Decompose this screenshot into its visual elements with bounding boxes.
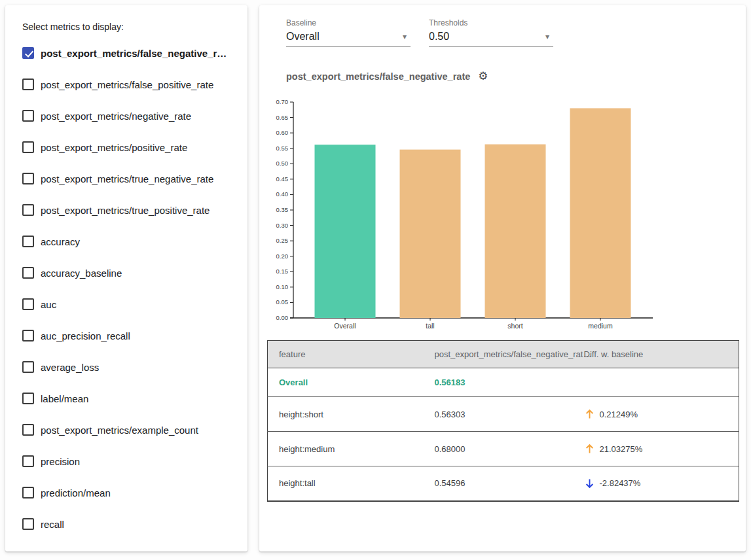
bar-medium[interactable]	[570, 108, 631, 318]
metric-value-cell: 0.56183	[424, 368, 573, 397]
metric-list-item[interactable]: post_export_metrics/example_count	[5, 414, 247, 446]
metric-list-item[interactable]: auc	[5, 289, 247, 320]
diff-cell: 0.21249%	[573, 397, 739, 432]
unchecked-checkbox-icon[interactable]	[22, 424, 34, 436]
svg-text:0.45: 0.45	[276, 175, 289, 183]
metric-label: post_export_metrics/false_negative_r…	[41, 48, 227, 59]
svg-text:0.65: 0.65	[276, 114, 289, 121]
unchecked-checkbox-icon[interactable]	[22, 204, 34, 216]
metric-label: precision	[41, 456, 80, 467]
metric-list-item[interactable]: auc_precision_recall	[5, 320, 247, 351]
table-row[interactable]: height:short0.563030.21249%	[268, 397, 739, 432]
metric-select-panel: Select metrics to display: post_export_m…	[5, 5, 247, 551]
x-tick-label: Overall	[334, 322, 356, 330]
metric-label: auc	[41, 299, 56, 310]
thresholds-label: Thresholds	[429, 18, 553, 27]
svg-text:0.25: 0.25	[276, 237, 289, 244]
metric-list-item[interactable]: prediction/mean	[5, 477, 247, 508]
metric-list-item[interactable]: accuracy_baseline	[5, 257, 247, 289]
bar-short[interactable]	[485, 145, 546, 318]
metric-bar-chart: 0.000.050.100.150.200.250.300.350.400.45…	[265, 97, 670, 336]
metric-list-item[interactable]: precision	[5, 446, 247, 477]
unchecked-checkbox-icon[interactable]	[22, 267, 34, 279]
svg-text:0.10: 0.10	[276, 283, 289, 290]
x-tick-label: medium	[588, 322, 613, 330]
x-tick-label: short	[507, 322, 522, 330]
metric-label: post_export_metrics/negative_rate	[41, 111, 191, 122]
metric-value-cell: 0.56303	[424, 397, 573, 432]
unchecked-checkbox-icon[interactable]	[22, 173, 34, 184]
bar-Overall[interactable]	[315, 145, 376, 318]
metric-value-cell: 0.68000	[424, 432, 573, 466]
baseline-label: Baseline	[286, 18, 411, 27]
diff-value: 21.03275%	[600, 444, 643, 454]
baseline-value: Overall	[286, 31, 320, 43]
metric-value-cell: 0.54596	[424, 466, 573, 501]
diff-cell: 21.03275%	[573, 432, 739, 466]
svg-text:0.20: 0.20	[276, 253, 289, 260]
metrics-table-wrap: featurepost_export_metrics/false_negativ…	[267, 340, 739, 502]
svg-text:0.70: 0.70	[276, 98, 289, 105]
unchecked-checkbox-icon[interactable]	[22, 518, 34, 530]
arrow-up-icon	[584, 408, 595, 420]
metric-label: post_export_metrics/false_positive_rate	[41, 79, 213, 90]
chevron-down-icon: ▾	[545, 32, 553, 41]
metric-label: prediction/mean	[41, 487, 111, 499]
chart-title: post_export_metrics/false_negative_rate	[286, 71, 470, 82]
metric-label: recall	[41, 519, 64, 530]
bar-tall[interactable]	[400, 150, 461, 318]
metrics-table: featurepost_export_metrics/false_negativ…	[267, 340, 739, 502]
unchecked-checkbox-icon[interactable]	[22, 393, 34, 404]
table-header-cell: post_export_metrics/false_negative_rat…	[424, 341, 573, 368]
unchecked-checkbox-icon[interactable]	[22, 361, 34, 373]
unchecked-checkbox-icon[interactable]	[22, 298, 34, 310]
thresholds-select[interactable]: Thresholds 0.50 ▾	[429, 18, 553, 47]
arrow-down-icon	[584, 478, 595, 489]
x-tick-label: tall	[426, 322, 434, 330]
metric-label: accuracy	[41, 236, 80, 247]
metrics-panel: Baseline Overall ▾ Thresholds 0.50 ▾ pos…	[259, 5, 746, 551]
svg-text:0.50: 0.50	[276, 160, 289, 167]
unchecked-checkbox-icon[interactable]	[22, 110, 34, 122]
unchecked-checkbox-icon[interactable]	[22, 79, 34, 90]
sidebar-title: Select metrics to display:	[22, 22, 124, 32]
metric-list-item[interactable]: average_loss	[5, 351, 247, 383]
unchecked-checkbox-icon[interactable]	[22, 487, 34, 499]
table-row[interactable]: height:tall0.54596-2.82437%	[268, 466, 739, 501]
gear-icon[interactable]: ⚙	[478, 71, 488, 82]
unchecked-checkbox-icon[interactable]	[22, 330, 34, 341]
metric-list-item[interactable]: post_export_metrics/false_positive_rate	[5, 69, 247, 100]
diff-cell	[573, 368, 739, 397]
metric-list-item[interactable]: accuracy	[5, 226, 247, 257]
svg-text:0.15: 0.15	[276, 268, 289, 275]
metric-list-item[interactable]: post_export_metrics/true_positive_rate	[5, 194, 247, 226]
table-header-row: featurepost_export_metrics/false_negativ…	[268, 341, 739, 368]
metric-label: post_export_metrics/example_count	[41, 425, 198, 436]
metric-list: post_export_metrics/false_negative_r…pos…	[5, 37, 247, 540]
table-row[interactable]: Overall0.56183	[268, 368, 739, 397]
metric-list-item[interactable]: label/mean	[5, 383, 247, 414]
metric-list-item[interactable]: post_export_metrics/negative_rate	[5, 100, 247, 131]
metric-list-item[interactable]: post_export_metrics/positive_rate	[5, 131, 247, 163]
metric-list-item[interactable]: recall	[5, 508, 247, 540]
metric-label: label/mean	[41, 393, 88, 404]
controls-bar: Baseline Overall ▾ Thresholds 0.50 ▾	[286, 18, 553, 47]
baseline-select[interactable]: Baseline Overall ▾	[286, 18, 411, 47]
unchecked-checkbox-icon[interactable]	[22, 455, 34, 467]
metric-list-item[interactable]: post_export_metrics/true_negative_rate	[5, 163, 247, 194]
unchecked-checkbox-icon[interactable]	[22, 141, 34, 153]
svg-text:0.05: 0.05	[276, 298, 289, 306]
checked-checkbox-icon[interactable]	[22, 47, 34, 59]
arrow-up-icon	[584, 443, 595, 455]
feature-cell: height:medium	[268, 432, 424, 466]
table-row[interactable]: height:medium0.6800021.03275%	[268, 432, 739, 466]
svg-text:0.40: 0.40	[276, 190, 289, 198]
metric-list-item[interactable]: post_export_metrics/false_negative_r…	[5, 37, 247, 69]
feature-cell: height:short	[268, 397, 424, 432]
diff-value: -2.82437%	[600, 478, 641, 488]
metric-label: average_loss	[41, 362, 99, 373]
chart-header: post_export_metrics/false_negative_rate …	[286, 71, 488, 82]
unchecked-checkbox-icon[interactable]	[22, 236, 34, 247]
metric-label: auc_precision_recall	[41, 330, 130, 341]
feature-cell: Overall	[268, 368, 424, 397]
